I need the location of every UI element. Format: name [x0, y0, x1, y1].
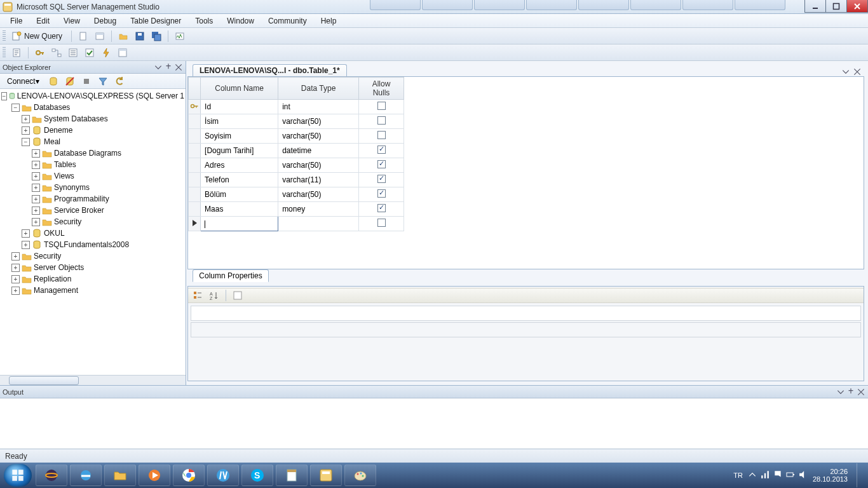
row-header[interactable] — [189, 202, 201, 217]
open-icon[interactable] — [116, 30, 130, 43]
design-grid-wrap[interactable]: Column Name Data Type Allow Nulls Idintİ… — [188, 77, 864, 269]
toolbar-grip-2[interactable] — [3, 47, 6, 58]
save-all-icon[interactable] — [149, 30, 163, 43]
cell-allow-nulls[interactable] — [359, 129, 404, 144]
table-row[interactable]: İsimvarchar(50) — [189, 114, 404, 129]
column-properties-body[interactable] — [188, 303, 864, 381]
menu-community[interactable]: Community — [262, 15, 313, 27]
tray-battery-icon[interactable] — [786, 470, 795, 480]
cell-column-name[interactable]: Maas — [201, 202, 278, 217]
table-row[interactable]: Adresvarchar(50) — [189, 158, 404, 173]
tray-show-hidden-icon[interactable] — [748, 470, 757, 480]
property-pages-icon[interactable] — [231, 289, 245, 302]
task-notepad-icon[interactable] — [276, 464, 308, 486]
activity-monitor-icon[interactable] — [173, 30, 187, 43]
document-tab[interactable]: LENOVA-LENOVA\SQ...l - dbo.Table_1* — [193, 64, 347, 76]
start-button[interactable] — [4, 464, 32, 487]
cell-data-type[interactable]: varchar(50) — [278, 158, 359, 173]
cell-allow-nulls[interactable] — [359, 158, 404, 173]
tree-db-diagrams[interactable]: +Database Diagrams — [1, 147, 184, 159]
cell-column-name[interactable] — [201, 217, 278, 231]
cell-allow-nulls[interactable] — [359, 187, 404, 202]
checkbox[interactable] — [377, 219, 386, 227]
menu-debug[interactable]: Debug — [88, 15, 123, 27]
object-explorer-hscroll[interactable] — [0, 375, 186, 385]
cell-data-type[interactable]: datetime — [278, 144, 359, 158]
tree-replication[interactable]: +Replication — [1, 273, 184, 285]
tray-clock[interactable]: 20:26 28.10.2013 — [813, 468, 848, 483]
tree-service-broker[interactable]: +Service Broker — [1, 205, 184, 216]
tree-synonyms[interactable]: +Synonyms — [1, 182, 184, 193]
cell-allow-nulls[interactable] — [359, 114, 404, 129]
menu-edit[interactable]: Edit — [30, 15, 56, 27]
alphabetical-icon[interactable]: AZ — [207, 289, 221, 302]
row-header[interactable] — [189, 187, 201, 202]
tree-db-tsql[interactable]: +TSQLFundamentals2008 — [1, 239, 184, 250]
connect-server-icon[interactable] — [46, 75, 60, 88]
checkbox[interactable] — [377, 146, 386, 154]
menu-help[interactable]: Help — [315, 15, 343, 27]
indexes-icon[interactable] — [66, 46, 80, 59]
task-wamp-icon[interactable] — [207, 464, 239, 486]
cell-column-name[interactable]: İsim — [201, 114, 278, 129]
cell-column-name[interactable]: Id — [201, 100, 278, 114]
triggers-icon[interactable] — [99, 46, 113, 59]
disconnect-icon[interactable] — [63, 75, 77, 88]
tree-programmability[interactable]: +Programmability — [1, 193, 184, 205]
dropdown-icon[interactable] — [836, 388, 845, 396]
object-explorer-tree[interactable]: −LENOVA-LENOVA\SQLEXPRESS (SQL Server 1 … — [0, 89, 186, 375]
header-data-type[interactable]: Data Type — [278, 78, 359, 100]
row-header[interactable] — [189, 100, 201, 114]
pin-icon[interactable] — [164, 63, 173, 72]
tree-db-okul[interactable]: +OKUL — [1, 227, 184, 239]
tray-network-icon[interactable] — [761, 470, 770, 480]
tree-management[interactable]: +Management — [1, 285, 184, 296]
task-paint-icon[interactable] — [344, 464, 376, 486]
save-icon[interactable] — [133, 30, 147, 43]
tray-lang[interactable]: TR — [733, 471, 743, 479]
task-explorer-icon[interactable] — [104, 464, 136, 486]
key-icon[interactable] — [33, 46, 47, 59]
cell-data-type[interactable]: money — [278, 202, 359, 217]
task-chrome-icon[interactable] — [173, 464, 205, 486]
minimize-button[interactable] — [804, 0, 826, 13]
checkbox[interactable] — [377, 116, 386, 125]
tree-views[interactable]: +Views — [1, 170, 184, 182]
categorized-icon[interactable] — [191, 289, 205, 302]
cell-data-type[interactable]: varchar(50) — [278, 187, 359, 202]
task-eclipse-icon[interactable] — [36, 464, 67, 486]
row-header[interactable] — [189, 114, 201, 129]
header-column-name[interactable]: Column Name — [201, 78, 278, 100]
row-header[interactable] — [189, 144, 201, 158]
tray-volume-icon[interactable] — [799, 470, 808, 480]
cell-allow-nulls[interactable] — [359, 144, 404, 158]
design-grid[interactable]: Column Name Data Type Allow Nulls Idintİ… — [188, 77, 404, 231]
cell-allow-nulls[interactable] — [359, 217, 404, 231]
checkbox[interactable] — [377, 131, 386, 139]
cell-column-name[interactable]: Bölüm — [201, 187, 278, 202]
close-button[interactable] — [846, 0, 868, 13]
task-skype-icon[interactable]: S — [241, 464, 273, 486]
row-header[interactable] — [189, 173, 201, 187]
table-properties-icon[interactable] — [116, 46, 130, 59]
task-ie-icon[interactable] — [70, 464, 102, 486]
row-header[interactable] — [189, 129, 201, 144]
cell-allow-nulls[interactable] — [359, 100, 404, 114]
column-properties-tab[interactable]: Column Properties — [193, 269, 269, 282]
table-row-new[interactable] — [189, 217, 404, 231]
cell-allow-nulls[interactable] — [359, 173, 404, 187]
new-project-icon[interactable] — [93, 30, 107, 43]
maximize-button[interactable] — [825, 0, 847, 13]
tree-system-databases[interactable]: +System Databases — [1, 113, 184, 125]
task-ssms-icon[interactable] — [310, 464, 342, 486]
cell-data-type[interactable] — [278, 217, 359, 231]
cell-column-name[interactable]: Adres — [201, 158, 278, 173]
output-body[interactable] — [0, 398, 868, 449]
task-wmp-icon[interactable] — [139, 464, 170, 486]
property-row[interactable] — [191, 306, 861, 321]
cell-column-name[interactable]: [Dogum Tarihi] — [201, 144, 278, 158]
table-row[interactable]: Bölümvarchar(50) — [189, 187, 404, 202]
table-row[interactable]: Soyisimvarchar(50) — [189, 129, 404, 144]
menu-tools[interactable]: Tools — [189, 15, 219, 27]
relationships-icon[interactable] — [50, 46, 64, 59]
